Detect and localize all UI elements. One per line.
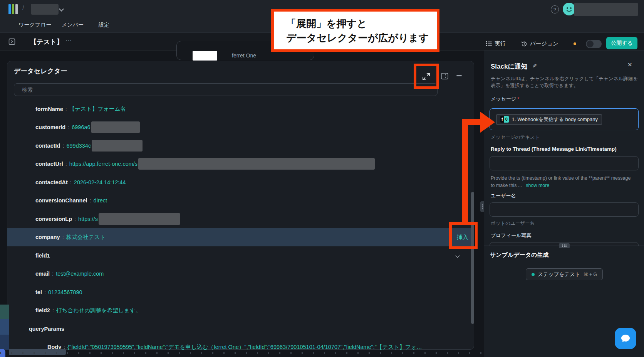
username-input[interactable]	[490, 202, 639, 217]
annotation-arrow-horizontal	[462, 119, 481, 125]
publish-button[interactable]: 公開する	[606, 37, 637, 49]
chat-widget-button[interactable]	[615, 328, 636, 349]
show-more-link[interactable]: show more	[526, 183, 549, 188]
row-value: 株式会社テスト	[66, 234, 106, 241]
row-value: 699d334c	[66, 143, 91, 149]
data-selector-row-conversionChannel[interactable]: conversionChannel:direct	[7, 192, 474, 210]
variable-chip[interactable]: f0 1. Webhookを受信する body company	[496, 114, 602, 125]
tab-workflow[interactable]: ワークフロー	[18, 22, 51, 29]
expand-icon[interactable]	[422, 72, 430, 81]
workflow-title: 【テスト】	[30, 37, 63, 46]
row-key: tel	[35, 289, 42, 295]
row-key: contactUrl	[35, 161, 63, 167]
row-separator: :	[90, 197, 91, 204]
minimize-icon[interactable]	[456, 75, 462, 76]
step-app-logo-redacted	[193, 51, 217, 61]
row-value: 打ち合わせの調整を希望します。	[56, 307, 141, 314]
message-field[interactable]: f0 1. Webhookを受信する body company	[490, 108, 639, 130]
row-separator: :	[52, 307, 54, 313]
row-separator: :	[65, 161, 67, 167]
row-value: test@example.com	[56, 271, 104, 277]
annotation-line1: 「展開」を押すと	[286, 17, 437, 30]
row-key: company	[35, 234, 60, 240]
row-key: customerId	[35, 124, 65, 130]
data-selector-row-contactedAt[interactable]: contactedAt:2026-02-24 14:12:44	[7, 173, 474, 192]
data-selector-row-company[interactable]: company:株式会社テスト挿入	[7, 228, 474, 247]
reply-to-thread-label: Reply to Thread (Thread Message Link/Tim…	[491, 146, 617, 152]
required-asterisk: *	[517, 96, 519, 102]
app-logo-icon[interactable]	[8, 4, 18, 14]
row-key: formName	[35, 106, 63, 112]
test-step-button[interactable]: ステップをテスト ⌘ + G	[526, 268, 603, 280]
reply-helper-text: Provide the ts (timestamp) or link value…	[491, 175, 639, 189]
username-helper-text: ボットのユーザー名	[491, 220, 535, 227]
help-icon[interactable]: ?	[551, 5, 559, 13]
user-name-redacted[interactable]	[574, 3, 638, 16]
annotation-arrow-vertical	[462, 119, 468, 222]
step-config-panel: Slackに通知 ✎ ✕ チャンネルIDは、チャンネルを右クリックして「チャンネ…	[484, 51, 644, 357]
data-selector-row-contactId[interactable]: contactId:699d334c	[7, 136, 474, 155]
row-key: queryParams	[29, 326, 64, 332]
data-selector-row-field2[interactable]: field2:打ち合わせの調整を希望します。	[7, 301, 474, 320]
run-list-icon	[486, 41, 492, 47]
annotation-highlight-insert	[449, 222, 478, 249]
variable-chip-label: 1. Webhookを受信する body company	[512, 116, 598, 123]
row-separator: :	[65, 106, 67, 112]
row-separator: :	[52, 271, 54, 277]
redaction-box	[91, 121, 140, 133]
section-resize-handle[interactable]	[559, 243, 570, 248]
more-menu-icon[interactable]: ⋯	[65, 37, 72, 44]
data-selector-title: データセレクター	[14, 67, 67, 76]
data-selector-row-customerId[interactable]: customerId:6996a6	[7, 118, 474, 137]
step-app-name: ferret One	[232, 52, 256, 59]
sample-data-section-title: サンプルデータの生成	[490, 251, 548, 259]
scrollbar-thumb[interactable]	[471, 192, 474, 324]
row-value: 01234567890	[48, 289, 82, 295]
search-input[interactable]	[14, 83, 438, 96]
status-dot	[532, 273, 535, 276]
breadcrumb: /	[22, 5, 24, 12]
row-separator: :	[68, 124, 69, 130]
data-selector-row-conversionLp[interactable]: conversionLp:https://s	[7, 210, 474, 228]
partial-canvas-element	[0, 335, 9, 350]
annotation-callout: 「展開」を押すと データセレクターが広がります	[271, 9, 439, 52]
partial-canvas-element	[0, 319, 9, 335]
username-label: ユーザー名	[491, 192, 516, 199]
data-selector-row-field1[interactable]: field1	[7, 246, 474, 265]
row-separator: :	[74, 216, 76, 222]
reply-to-thread-input[interactable]	[490, 156, 639, 170]
keyboard-shortcut: ⌘ + G	[584, 272, 597, 277]
publish-toggle[interactable]	[586, 40, 602, 48]
version-button[interactable]: バージョン	[521, 40, 558, 47]
workspace-name-redacted[interactable]	[31, 4, 59, 15]
close-icon[interactable]: ✕	[627, 61, 632, 68]
row-separator: :	[44, 289, 46, 295]
row-value: 6996a6	[72, 124, 90, 130]
row-key: field2	[35, 307, 50, 313]
row-value: 【テスト】フォーム名	[69, 105, 126, 113]
run-button[interactable]: 実行	[486, 40, 506, 47]
dock-panel-icon[interactable]	[441, 73, 448, 79]
ferret-one-icon: f0	[500, 116, 509, 123]
data-selector-rows: formName:【テスト】フォーム名customerId:6996a6cont…	[7, 100, 474, 356]
app-window: / ワークフロー メンバー 設定 ? 【テスト】 ⋯ 実行 バージョン 公開する…	[0, 0, 644, 357]
tab-settings[interactable]: 設定	[99, 22, 109, 29]
message-field-label: メッセージ*	[491, 96, 519, 103]
partial-canvas-element	[0, 305, 9, 319]
annotation-line2: データセレクターが広がります	[286, 31, 437, 44]
row-key: conversionLp	[35, 216, 72, 222]
data-selector-row-queryParams[interactable]: queryParams	[7, 320, 474, 338]
data-selector-row-contactUrl[interactable]: contactUrl:https://app.ferret-one.com/s	[7, 155, 474, 173]
tab-members[interactable]: メンバー	[62, 22, 84, 29]
chevron-down-icon[interactable]	[455, 253, 460, 258]
row-value: https://app.ferret-one.com/s	[69, 161, 138, 167]
data-selector-row-tel[interactable]: tel:01234567890	[7, 283, 474, 301]
data-selector-row-email[interactable]: email:test@example.com	[7, 265, 474, 283]
chevron-down-icon[interactable]	[59, 7, 64, 12]
row-key: email	[35, 271, 50, 277]
row-key: conversionChannel	[35, 197, 87, 204]
data-selector-row-formName[interactable]: formName:【テスト】フォーム名	[7, 100, 474, 118]
open-panel-icon[interactable]	[8, 38, 15, 45]
edit-pencil-icon[interactable]: ✎	[532, 63, 537, 69]
row-value: 2026-02-24 14:12:44	[74, 179, 126, 185]
